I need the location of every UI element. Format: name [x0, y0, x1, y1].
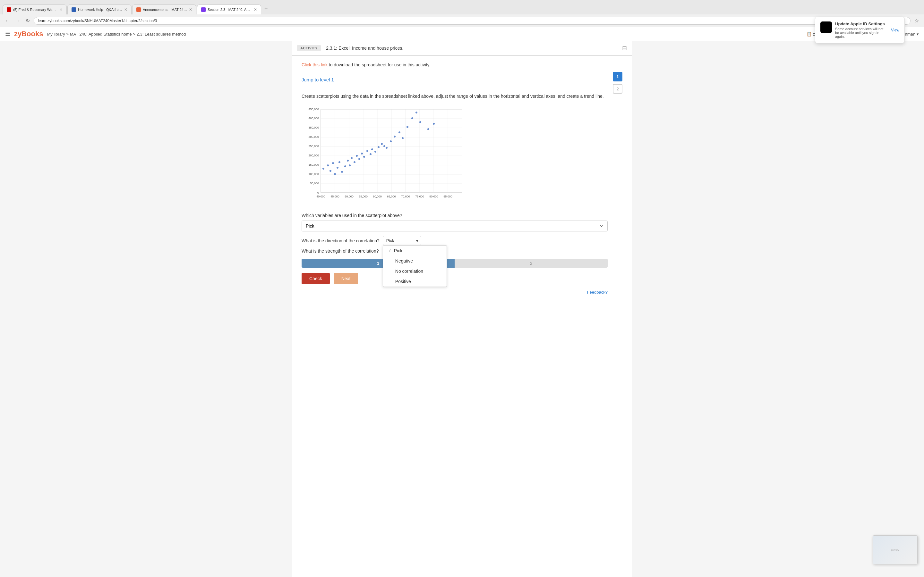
notification-view-button[interactable]: View	[891, 28, 899, 32]
tab-4-title: Section 2.3 - MAT 240: Applie...	[208, 8, 252, 11]
svg-text:100,000: 100,000	[309, 172, 319, 176]
preview-inner: preview	[873, 536, 917, 564]
svg-point-56	[359, 158, 360, 160]
activity-badge: ACTIVITY	[297, 45, 321, 51]
jump-to-level-link[interactable]: Jump to level 1	[302, 77, 334, 82]
tab-1-close[interactable]: ✕	[59, 7, 63, 12]
notification-body: Some account services will not be availa…	[835, 27, 888, 39]
preview-text: preview	[891, 549, 899, 551]
download-link[interactable]: Click this link	[302, 62, 328, 67]
level-bar: 1 2	[302, 259, 607, 268]
catalog-icon: 📋	[806, 32, 812, 37]
svg-text:50,000: 50,000	[344, 195, 354, 198]
dropdown-item-no-correlation[interactable]: No correlation	[383, 266, 447, 276]
svg-text:300,000: 300,000	[309, 135, 319, 139]
svg-point-63	[378, 146, 380, 148]
svg-text:250,000: 250,000	[309, 145, 319, 148]
reload-button[interactable]: ↻	[24, 16, 31, 25]
app-header: ☰ zyBooks My library > MAT 240: Applied …	[0, 27, 924, 41]
dropdown-item-negative[interactable]: Negative	[383, 256, 447, 266]
svg-text:60,000: 60,000	[373, 195, 382, 198]
svg-point-73	[415, 111, 417, 113]
action-buttons: Check Next	[302, 273, 607, 284]
direction-dropdown-wrapper: Pick ▾ ✓ Pick	[383, 236, 421, 245]
content-area: ACTIVITY 2.3.1: Excel: Income and house …	[292, 41, 632, 577]
chart-container: 0 50,000 100,000 150,000 200,000 250,000…	[302, 106, 607, 206]
svg-point-65	[383, 145, 385, 147]
notification-title: Update Apple ID Settings	[835, 21, 888, 26]
level-badge-2[interactable]: 2	[613, 84, 622, 93]
activity-title: 2.3.1: Excel: Income and house prices.	[321, 44, 409, 52]
svg-text:150,000: 150,000	[309, 163, 319, 166]
back-button[interactable]: ←	[4, 17, 11, 25]
feedback-link[interactable]: Feedback?	[587, 290, 607, 295]
next-button[interactable]: Next	[334, 273, 359, 284]
level-badge-1[interactable]: 1	[613, 72, 622, 81]
tab-4[interactable]: Section 2.3 - MAT 240: Applie... ✕	[197, 5, 261, 15]
address-bar[interactable]	[34, 17, 911, 25]
activity-header: ACTIVITY 2.3.1: Excel: Income and house …	[292, 41, 632, 56]
svg-text:450,000: 450,000	[309, 108, 319, 111]
svg-point-57	[361, 153, 363, 155]
bookmark-button[interactable]: ☆	[913, 16, 920, 25]
svg-text:80,000: 80,000	[429, 195, 438, 198]
tab-2-close[interactable]: ✕	[124, 7, 128, 12]
tab-3-close[interactable]: ✕	[189, 7, 192, 12]
svg-point-75	[427, 128, 429, 130]
question2-section: What is the direction of the correlation…	[302, 236, 607, 245]
svg-point-50	[344, 165, 346, 167]
tab-1[interactable]: (5) Fred & Rosemary West An... ✕	[3, 5, 67, 15]
dropdown-item-positive[interactable]: Positive	[383, 276, 447, 287]
check-button[interactable]: Check	[302, 273, 330, 284]
chevron-down-icon: ▾	[917, 32, 919, 37]
svg-point-70	[402, 137, 404, 139]
option-no-correlation-label: No correlation	[395, 269, 423, 274]
option-pick-label: Pick	[394, 248, 402, 253]
svg-point-66	[386, 147, 388, 149]
notification-content: Update Apple ID Settings Some account se…	[835, 21, 888, 39]
apple-icon	[821, 21, 832, 33]
svg-point-71	[407, 126, 409, 128]
tab-1-favicon	[7, 7, 11, 12]
svg-text:75,000: 75,000	[415, 195, 424, 198]
tab-2[interactable]: Homework Help - Q&A from C... ✕	[67, 5, 132, 15]
question3-section: What is the strength of the correlation?	[302, 248, 607, 253]
svg-point-67	[390, 140, 392, 142]
tab-2-title: Homework Help - Q&A from C...	[78, 8, 122, 11]
chevron-icon: ▾	[416, 238, 418, 243]
svg-text:200,000: 200,000	[309, 154, 319, 157]
svg-point-43	[327, 164, 329, 166]
svg-point-61	[371, 148, 373, 150]
tab-3-title: Announcements - MAT-240-J...	[143, 8, 187, 11]
tab-4-favicon	[201, 7, 206, 12]
svg-point-72	[411, 117, 413, 119]
collapse-icon[interactable]: ⊟	[622, 45, 627, 51]
new-tab-button[interactable]: +	[262, 3, 270, 15]
svg-text:40,000: 40,000	[317, 195, 325, 198]
notification-popup: Update Apple ID Settings Some account se…	[815, 17, 905, 43]
direction-dropdown-trigger[interactable]: Pick ▾	[383, 236, 421, 245]
question2-row: What is the direction of the correlation…	[302, 236, 607, 245]
svg-text:70,000: 70,000	[401, 195, 410, 198]
checkmark-icon: ✓	[388, 248, 391, 253]
svg-text:45,000: 45,000	[330, 195, 339, 198]
svg-point-60	[370, 153, 372, 155]
tab-4-close[interactable]: ✕	[254, 7, 257, 12]
download-link-text: to download the spreadsheet for use in t…	[329, 62, 430, 67]
tab-3[interactable]: Announcements - MAT-240-J... ✕	[132, 5, 196, 15]
svg-text:65,000: 65,000	[387, 195, 396, 198]
forward-button[interactable]: →	[14, 17, 22, 25]
question1-select[interactable]: Pick Income and House Prices	[302, 221, 607, 231]
svg-point-46	[334, 173, 336, 175]
svg-point-48	[338, 161, 341, 163]
svg-text:55,000: 55,000	[359, 195, 368, 198]
dropdown-item-pick[interactable]: ✓ Pick	[383, 245, 447, 256]
svg-point-76	[433, 123, 435, 125]
menu-hamburger[interactable]: ☰	[5, 31, 10, 37]
option-positive-label: Positive	[395, 279, 411, 284]
direction-selected: Pick	[386, 238, 394, 243]
svg-text:350,000: 350,000	[309, 126, 319, 129]
direction-dropdown-menu: ✓ Pick Negative	[383, 245, 447, 287]
description-text: Create scatterplots using the data in th…	[302, 93, 607, 100]
svg-point-49	[341, 171, 343, 173]
